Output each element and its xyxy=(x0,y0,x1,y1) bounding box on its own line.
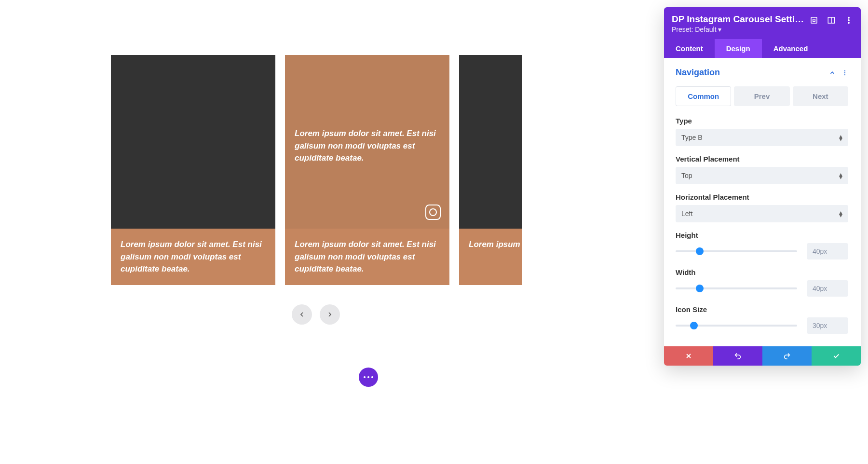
cancel-button[interactable] xyxy=(664,346,713,366)
card-caption: Lorem ipsum dolor sit amet. Est nisi gal… xyxy=(285,229,449,285)
height-value-input[interactable]: 40px xyxy=(807,243,848,259)
icon-size-value-input[interactable]: 30px xyxy=(807,317,848,334)
dot-icon xyxy=(367,376,369,378)
section-navigation-header[interactable]: Navigation xyxy=(676,68,848,78)
slider-knob[interactable] xyxy=(690,322,698,329)
close-icon xyxy=(685,352,692,360)
svg-point-9 xyxy=(844,74,845,75)
card-image: Lorem ipsum dolor sit amet. Est nisi gal… xyxy=(285,55,449,229)
field-vertical-placement: Vertical Placement Top ▴▾ xyxy=(676,155,848,184)
subtab-common[interactable]: Common xyxy=(676,86,731,106)
select-value: Type B xyxy=(681,134,703,141)
columns-icon[interactable] xyxy=(827,16,836,25)
updown-icon: ▴▾ xyxy=(839,135,842,140)
carousel-prev-button[interactable] xyxy=(292,304,312,325)
panel-header: DP Instagram Carousel Setti… Preset: Def… xyxy=(664,7,861,39)
dot-icon xyxy=(371,376,373,378)
updown-icon: ▴▾ xyxy=(839,211,842,217)
save-button[interactable] xyxy=(812,346,861,366)
field-label: Horizontal Placement xyxy=(676,193,848,201)
field-label: Width xyxy=(676,268,848,276)
card-caption: Lorem ipsum dolor sit amet. Est nisi gal… xyxy=(459,229,522,260)
slider-knob[interactable] xyxy=(696,247,704,255)
carousel-card[interactable]: Lorem ipsum dolor sit amet. Est nisi gal… xyxy=(285,55,449,285)
tab-content[interactable]: Content xyxy=(664,39,715,58)
panel-title: DP Instagram Carousel Setti… xyxy=(672,14,806,25)
field-label: Icon Size xyxy=(676,305,848,314)
chevron-left-icon xyxy=(298,311,306,318)
check-icon xyxy=(832,352,840,360)
field-type: Type Type B ▴▾ xyxy=(676,117,848,146)
tab-design[interactable]: Design xyxy=(715,39,762,58)
redo-button[interactable] xyxy=(762,346,812,366)
svg-point-7 xyxy=(844,70,845,71)
dot-icon xyxy=(364,376,366,378)
settings-panel: DP Instagram Carousel Setti… Preset: Def… xyxy=(664,7,861,366)
field-width: Width 40px xyxy=(676,268,848,297)
svg-point-4 xyxy=(848,17,849,18)
panel-scroll[interactable]: Navigation Common Prev Next Type xyxy=(664,58,858,346)
field-height: Height 40px xyxy=(676,231,848,259)
svg-rect-0 xyxy=(811,17,817,23)
panel-tabs: Content Design Advanced xyxy=(664,39,861,58)
card-image xyxy=(111,55,275,229)
svg-rect-1 xyxy=(813,19,815,22)
select-value: Top xyxy=(681,172,692,179)
updown-icon: ▴▾ xyxy=(839,173,842,178)
subtab-prev[interactable]: Prev xyxy=(734,86,789,106)
carousel-next-button[interactable] xyxy=(320,304,340,325)
field-horizontal-placement: Horizontal Placement Left ▴▾ xyxy=(676,193,848,222)
instagram-carousel: Lorem ipsum dolor sit amet. Est nisi gal… xyxy=(111,55,521,325)
section-title: Navigation xyxy=(676,68,823,78)
preset-selector[interactable]: Preset: Default ▾ xyxy=(672,26,806,33)
navigation-subtabs: Common Prev Next xyxy=(676,86,848,106)
select-value: Left xyxy=(681,210,692,218)
type-select[interactable]: Type B ▴▾ xyxy=(676,129,848,146)
icon-size-slider[interactable] xyxy=(676,322,797,329)
kebab-menu-icon[interactable] xyxy=(844,16,853,25)
card-overlay-text: Lorem ipsum dolor sit amet. Est nisi gal… xyxy=(295,127,440,164)
subtab-next[interactable]: Next xyxy=(793,86,848,106)
card-image xyxy=(459,55,522,229)
panel-body: Navigation Common Prev Next Type xyxy=(664,58,861,346)
undo-icon xyxy=(734,352,742,360)
svg-point-6 xyxy=(848,22,849,23)
redo-icon xyxy=(783,352,791,360)
panel-footer xyxy=(664,346,861,366)
preview-canvas: Lorem ipsum dolor sit amet. Est nisi gal… xyxy=(0,0,868,464)
chevron-up-icon[interactable] xyxy=(829,69,836,76)
width-value-input[interactable]: 40px xyxy=(807,280,848,297)
field-label: Height xyxy=(676,231,848,239)
expand-icon[interactable] xyxy=(810,16,818,25)
slider-knob[interactable] xyxy=(696,285,704,292)
more-fab-button[interactable] xyxy=(359,368,378,387)
card-caption: Lorem ipsum dolor sit amet. Est nisi gal… xyxy=(111,229,275,285)
undo-button[interactable] xyxy=(713,346,762,366)
field-label: Vertical Placement xyxy=(676,155,848,163)
kebab-menu-icon[interactable] xyxy=(841,69,848,76)
carousel-card[interactable]: Lorem ipsum dolor sit amet. Est nisi gal… xyxy=(459,55,522,285)
tab-advanced[interactable]: Advanced xyxy=(762,39,820,58)
svg-point-5 xyxy=(848,20,849,21)
svg-point-8 xyxy=(844,72,845,73)
height-slider[interactable] xyxy=(676,247,797,255)
vertical-placement-select[interactable]: Top ▴▾ xyxy=(676,167,848,184)
carousel-cards: Lorem ipsum dolor sit amet. Est nisi gal… xyxy=(111,55,521,285)
field-label: Type xyxy=(676,117,848,125)
carousel-card[interactable]: Lorem ipsum dolor sit amet. Est nisi gal… xyxy=(111,55,275,285)
chevron-right-icon xyxy=(326,311,334,318)
width-slider[interactable] xyxy=(676,285,797,292)
horizontal-placement-select[interactable]: Left ▴▾ xyxy=(676,205,848,222)
instagram-icon xyxy=(425,205,441,220)
field-icon-size: Icon Size 30px xyxy=(676,305,848,334)
carousel-nav xyxy=(111,304,521,325)
